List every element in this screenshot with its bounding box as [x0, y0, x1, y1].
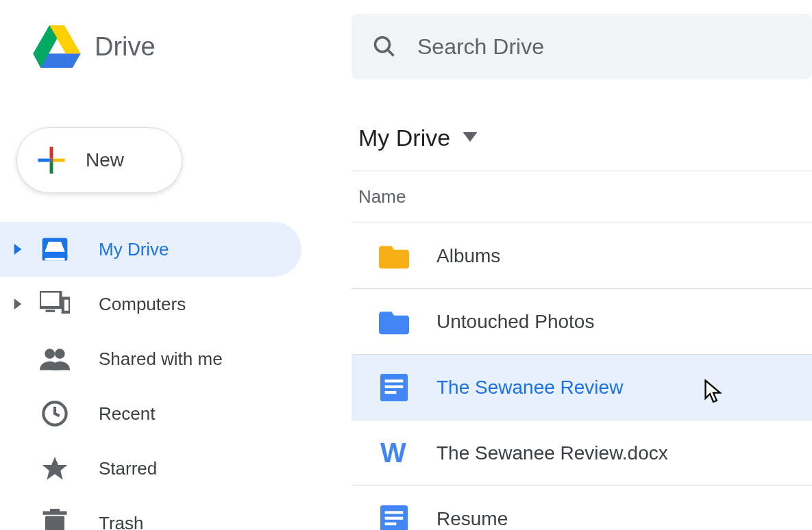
svg-rect-21: [385, 385, 404, 388]
sidebar-item-label: Computers: [99, 294, 186, 315]
svg-rect-9: [45, 258, 64, 261]
svg-rect-16: [45, 516, 64, 531]
file-row[interactable]: Untouched Photos: [352, 289, 812, 355]
svg-point-13: [45, 349, 55, 359]
sidebar-item-my-drive[interactable]: My Drive: [0, 222, 302, 277]
sidebar-item-shared[interactable]: Shared with me: [0, 331, 319, 386]
gdoc-icon: [379, 373, 409, 403]
new-button[interactable]: New: [16, 127, 182, 193]
file-name: Untouched Photos: [436, 311, 594, 333]
svg-rect-20: [385, 379, 404, 382]
svg-rect-5: [53, 159, 64, 162]
svg-rect-12: [63, 299, 70, 312]
svg-rect-18: [50, 509, 60, 512]
svg-rect-25: [385, 511, 404, 514]
svg-rect-26: [385, 516, 404, 519]
trash-icon: [40, 508, 70, 530]
sidebar-item-label: Shared with me: [99, 349, 223, 370]
sidebar-item-label: My Drive: [99, 239, 169, 260]
file-row[interactable]: Albums: [352, 223, 812, 289]
expand-icon[interactable]: [12, 244, 23, 255]
sidebar-item-recent[interactable]: Recent: [0, 386, 319, 441]
breadcrumb[interactable]: My Drive: [352, 118, 812, 171]
svg-rect-3: [50, 162, 53, 173]
cursor-icon: [704, 379, 723, 407]
file-row[interactable]: Resume: [352, 486, 812, 530]
search-input[interactable]: [417, 34, 791, 60]
file-name: Resume: [436, 508, 508, 530]
folder-icon: [379, 241, 409, 271]
svg-point-0: [376, 38, 390, 52]
plus-icon: [36, 145, 66, 175]
drive-logo-icon: [33, 25, 81, 68]
svg-rect-27: [385, 522, 397, 525]
file-name: The Sewanee Review.docx: [436, 442, 668, 464]
sidebar-item-computers[interactable]: Computers: [0, 277, 319, 331]
sidebar-item-starred[interactable]: Starred: [0, 441, 319, 496]
star-icon: [40, 453, 70, 483]
svg-rect-4: [38, 159, 49, 162]
clock-icon: [40, 399, 70, 429]
search-bar[interactable]: [352, 14, 812, 79]
sidebar-item-label: Starred: [99, 458, 157, 479]
people-icon: [40, 344, 70, 374]
svg-rect-22: [385, 391, 397, 394]
computers-icon: [40, 289, 70, 319]
new-button-label: New: [86, 149, 124, 171]
svg-text:W: W: [380, 440, 406, 467]
svg-rect-11: [45, 310, 55, 312]
gdoc-icon: [379, 504, 409, 531]
file-list: Albums Untouched Photos: [352, 223, 812, 530]
dropdown-caret-icon: [463, 132, 478, 144]
word-icon: W: [379, 438, 409, 468]
header: Drive: [0, 0, 812, 93]
expand-icon[interactable]: [12, 299, 23, 310]
svg-line-1: [388, 50, 394, 56]
file-row[interactable]: W The Sewanee Review.docx: [352, 420, 812, 486]
nav-list: My Drive Computers: [0, 222, 319, 530]
file-row[interactable]: The Sewanee Review: [352, 355, 812, 420]
logo-block[interactable]: Drive: [33, 25, 352, 68]
column-header-name[interactable]: Name: [352, 171, 812, 223]
sidebar-item-label: Recent: [99, 403, 155, 425]
sidebar-item-trash[interactable]: Trash: [0, 496, 319, 530]
svg-rect-2: [50, 147, 53, 158]
search-icon: [372, 34, 397, 59]
main-panel: My Drive Name Albums: [319, 93, 812, 530]
drive-icon: [40, 234, 70, 264]
sidebar: New My Drive: [0, 93, 319, 530]
breadcrumb-label: My Drive: [358, 125, 450, 151]
file-name: The Sewanee Review: [436, 377, 623, 399]
svg-rect-10: [40, 291, 60, 307]
sidebar-item-label: Trash: [99, 513, 144, 531]
svg-rect-6: [50, 159, 53, 162]
folder-icon: [379, 307, 409, 337]
app-name: Drive: [95, 32, 156, 62]
file-name: Albums: [436, 245, 500, 267]
svg-point-14: [55, 349, 65, 359]
